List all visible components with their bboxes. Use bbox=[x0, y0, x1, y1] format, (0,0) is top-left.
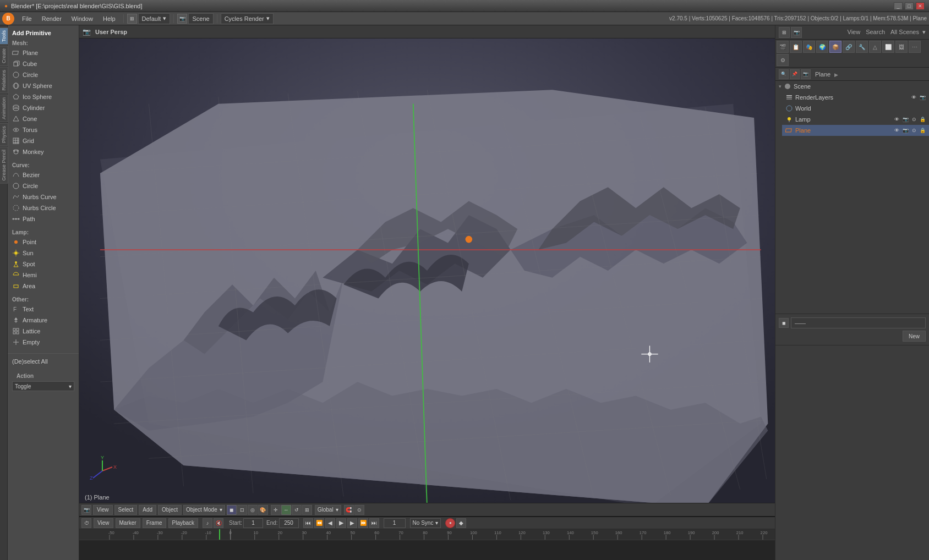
particles-tab[interactable]: ⋯ bbox=[909, 41, 921, 53]
mode-dropdown[interactable]: Object Mode ▾ bbox=[183, 505, 225, 515]
rotate-btn[interactable]: ↺ bbox=[292, 505, 302, 515]
help-menu[interactable]: Help bbox=[99, 13, 120, 24]
primitive-sun[interactable]: Sun bbox=[8, 248, 79, 259]
scene-dropdown[interactable]: Scene bbox=[188, 13, 213, 24]
renderlayers-vis[interactable]: 👁 bbox=[911, 95, 916, 100]
new-material-btn[interactable]: New bbox=[903, 331, 926, 342]
add-menu-btn[interactable]: Add bbox=[139, 505, 156, 515]
jump-to-start-btn[interactable]: ⏮ bbox=[303, 518, 313, 528]
action-dropdown[interactable]: Toggle ▾ bbox=[12, 381, 74, 391]
modifiers-tab[interactable]: 🔧 bbox=[856, 41, 868, 53]
lamp-render[interactable]: 📷 bbox=[903, 117, 909, 122]
file-menu[interactable]: File bbox=[18, 13, 36, 24]
snap-btn[interactable]: 🧲 bbox=[344, 505, 354, 515]
transform-space-dropdown[interactable]: Global ▾ bbox=[315, 505, 341, 515]
primitive-grid[interactable]: Grid bbox=[8, 135, 79, 146]
grease-pencil-tab[interactable]: Grease Pencil bbox=[0, 147, 8, 184]
renderlayers-item[interactable]: RenderLayers 👁 📷 bbox=[782, 92, 929, 103]
plane-render[interactable]: 📷 bbox=[903, 128, 909, 133]
end-frame-input[interactable]: 250 bbox=[279, 518, 299, 528]
primitive-area[interactable]: Area bbox=[8, 281, 79, 292]
primitive-circle[interactable]: Circle bbox=[8, 69, 79, 80]
viewport-canvas[interactable]: X Y Z (1) Plane bbox=[79, 39, 775, 503]
record-btn[interactable]: ● bbox=[445, 518, 455, 528]
world-tab[interactable]: 🌍 bbox=[816, 41, 828, 53]
maximize-button[interactable]: □ bbox=[905, 2, 914, 10]
primitive-lattice[interactable]: Lattice bbox=[8, 326, 79, 337]
primitive-bezier[interactable]: Bezier bbox=[8, 169, 79, 180]
primitive-nurbs-curve[interactable]: Nurbs Curve bbox=[8, 191, 79, 202]
relations-tab[interactable]: Relations bbox=[0, 67, 8, 94]
view-button[interactable]: ⊞ bbox=[779, 27, 790, 38]
rendered-shading-btn[interactable]: 🎨 bbox=[258, 505, 268, 515]
manipulator-btn[interactable]: ✛ bbox=[271, 505, 281, 515]
prev-frame-btn[interactable]: ◀ bbox=[325, 518, 335, 528]
material-shading-btn[interactable]: ◎ bbox=[248, 505, 258, 515]
timeline-tracks[interactable] bbox=[79, 540, 775, 560]
prev-keyframe-btn[interactable]: ⏪ bbox=[314, 518, 324, 528]
scene-tab[interactable]: 🎭 bbox=[803, 41, 815, 53]
tools-tab[interactable]: Tools bbox=[0, 28, 8, 45]
primitive-spot[interactable]: Spot bbox=[8, 259, 79, 270]
play-btn[interactable]: ▶ bbox=[336, 518, 346, 528]
world-item[interactable]: World bbox=[782, 103, 929, 114]
object-menu-btn[interactable]: Object bbox=[158, 505, 182, 515]
three-d-viewport[interactable]: 📷 User Persp bbox=[79, 25, 775, 516]
audio-btn[interactable]: ♪ bbox=[203, 518, 212, 528]
mute-btn[interactable]: 🔇 bbox=[214, 518, 223, 528]
next-frame-btn[interactable]: ▶ bbox=[347, 518, 357, 528]
primitive-armature[interactable]: Armature bbox=[8, 315, 79, 326]
timeline-ruler-area[interactable]: -50 -40 -30 -20 -10 0 10 bbox=[79, 529, 775, 560]
primitive-cylinder[interactable]: Cylinder bbox=[8, 102, 79, 113]
primitive-hemi[interactable]: Hemi bbox=[8, 270, 79, 281]
physics-tab[interactable]: Physics bbox=[0, 123, 8, 146]
select-menu-btn[interactable]: Select bbox=[114, 505, 138, 515]
plane-vis[interactable]: 👁 bbox=[894, 128, 899, 133]
frame-btn[interactable]: Frame bbox=[143, 518, 166, 528]
close-button[interactable]: ✕ bbox=[916, 2, 925, 10]
plane-item[interactable]: Plane 👁 📷 ⊙ 🔒 bbox=[782, 125, 929, 136]
timeline-view-btn[interactable]: View bbox=[94, 518, 113, 528]
lamp-extra[interactable]: ⊙ bbox=[912, 117, 916, 122]
scene-item[interactable]: ▾ Scene bbox=[775, 81, 929, 92]
translate-btn[interactable]: ↔ bbox=[281, 505, 291, 515]
marker-btn[interactable]: Marker bbox=[116, 518, 140, 528]
primitive-monkey[interactable]: Monkey bbox=[8, 146, 79, 157]
primitive-uvsphere[interactable]: UV Sphere bbox=[8, 80, 79, 91]
minimize-button[interactable]: _ bbox=[894, 2, 903, 10]
primitive-cone[interactable]: Cone bbox=[8, 113, 79, 124]
render-menu[interactable]: Render bbox=[37, 13, 66, 24]
camera-button[interactable]: 📷 bbox=[791, 27, 802, 38]
next-keyframe-btn[interactable]: ⏩ bbox=[358, 518, 368, 528]
data-tab[interactable]: △ bbox=[869, 41, 881, 53]
all-scenes-link[interactable]: All Scenes bbox=[890, 29, 919, 36]
jump-to-end-btn[interactable]: ⏭ bbox=[369, 518, 379, 528]
sync-dropdown[interactable]: No Sync ▾ bbox=[410, 518, 441, 528]
scene-icon[interactable]: 📷 bbox=[177, 14, 187, 24]
primitive-cube[interactable]: Cube bbox=[8, 58, 79, 69]
create-tab[interactable]: Create bbox=[0, 46, 8, 66]
material-tab[interactable]: ⬜ bbox=[882, 41, 894, 53]
primitive-path[interactable]: Path bbox=[8, 213, 79, 224]
search-link[interactable]: Search bbox=[866, 29, 885, 36]
object-tab[interactable]: 📦 bbox=[829, 41, 841, 53]
outliner-camera-btn[interactable]: 📷 bbox=[801, 69, 811, 79]
proportional-btn[interactable]: ⊙ bbox=[354, 505, 364, 515]
primitive-empty[interactable]: Empty bbox=[8, 337, 79, 348]
plane-lock[interactable]: 🔒 bbox=[920, 128, 926, 133]
deselect-all-item[interactable]: (De)select All bbox=[12, 356, 74, 367]
constraints-tab[interactable]: 🔗 bbox=[843, 41, 855, 53]
engine-dropdown[interactable]: Cycles Render ▾ bbox=[221, 13, 274, 24]
physics-tab-r[interactable]: ⚙ bbox=[777, 54, 789, 66]
primitive-curve-circle[interactable]: Circle bbox=[8, 180, 79, 191]
keyframe-btn[interactable]: ◆ bbox=[456, 518, 466, 528]
current-frame-input[interactable]: 1 bbox=[384, 518, 406, 528]
lamp-vis[interactable]: 👁 bbox=[894, 117, 899, 122]
timeline-icon-btn[interactable]: ⏱ bbox=[81, 518, 91, 528]
solid-shading-btn[interactable]: ◼ bbox=[227, 505, 237, 515]
plane-extra[interactable]: ⊙ bbox=[912, 128, 916, 133]
screen-layout-icon[interactable]: ⊞ bbox=[127, 14, 137, 24]
layout-dropdown[interactable]: Default ▾ bbox=[138, 13, 171, 24]
primitive-torus[interactable]: Torus bbox=[8, 124, 79, 135]
renderlayers-cam[interactable]: 📷 bbox=[920, 95, 926, 100]
